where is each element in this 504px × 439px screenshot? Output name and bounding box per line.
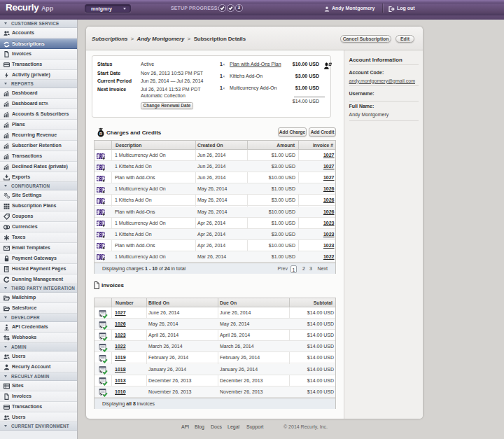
svg-text:R: R [99, 132, 102, 136]
